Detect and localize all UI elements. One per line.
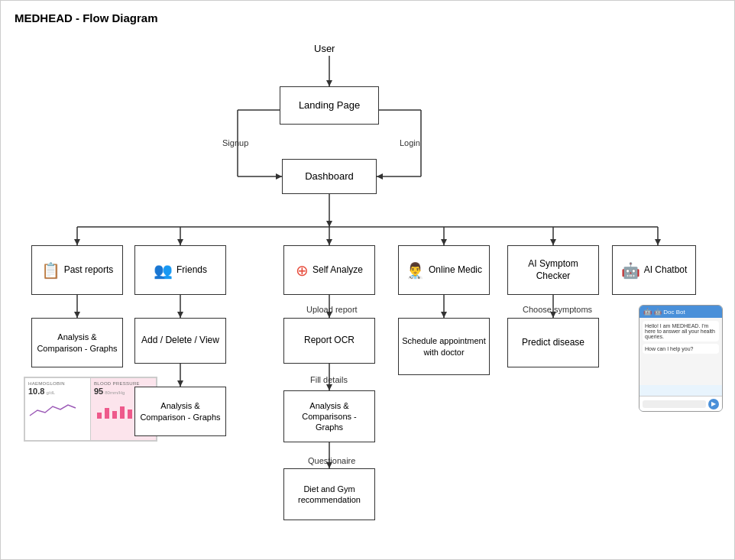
- friends-box: 👥 Friends: [134, 245, 226, 295]
- svg-marker-38: [441, 312, 447, 318]
- chatbot-preview: 🤖 🤖 Doc Bot Hello! I am MEDHEAD. I'm her…: [639, 305, 723, 412]
- svg-rect-44: [120, 406, 125, 419]
- chatbot-robot-icon: 🤖: [643, 308, 652, 316]
- user-label: User: [314, 43, 335, 54]
- analysis-graphs-1-box: Analysis & Comparison - Graphs: [31, 318, 123, 367]
- svg-rect-43: [112, 411, 117, 419]
- self-analyze-icon: ⊕: [296, 261, 309, 280]
- choose-symptoms-label: Choose symptoms: [523, 305, 592, 314]
- report-ocr-box: Report OCR: [283, 318, 375, 364]
- svg-marker-26: [74, 312, 80, 318]
- diagram-title: MEDHEAD - Flow Diagram: [15, 11, 158, 24]
- landing-page-box: Landing Page: [280, 86, 379, 125]
- svg-marker-28: [177, 312, 183, 318]
- ai-chatbot-icon: 🤖: [621, 261, 640, 280]
- chatbot-send-button[interactable]: ▶: [708, 399, 719, 409]
- svg-marker-1: [326, 80, 332, 86]
- svg-marker-20: [441, 239, 447, 245]
- upload-report-label: Upload report: [306, 305, 358, 314]
- schedule-appt-box: Schedule appointment with doctor: [398, 318, 490, 375]
- svg-marker-16: [177, 239, 183, 245]
- fill-details-label: Fill details: [310, 375, 348, 384]
- chatbot-input-bar[interactable]: [643, 400, 706, 408]
- past-reports-icon: 📋: [41, 261, 60, 280]
- svg-rect-42: [105, 408, 109, 419]
- dashboard-box: Dashboard: [282, 159, 377, 194]
- svg-marker-34: [326, 384, 332, 390]
- chatbot-input-area[interactable]: ▶: [639, 396, 722, 411]
- svg-marker-22: [550, 239, 556, 245]
- analysis-comparisons-box: Analysis & Comparisons - Graphs: [283, 390, 375, 442]
- svg-marker-30: [177, 380, 183, 387]
- chatbot-header: 🤖 🤖 Doc Bot: [639, 306, 722, 318]
- login-label: Login: [400, 138, 420, 147]
- svg-marker-9: [377, 173, 383, 180]
- svg-marker-5: [276, 173, 282, 180]
- predict-disease-box: Predict disease: [507, 318, 599, 367]
- diet-gym-box: Diet and Gym recommendation: [283, 468, 375, 520]
- add-delete-view-box: Add / Delete / View: [134, 318, 226, 364]
- signup-label: Signup: [222, 138, 248, 147]
- svg-marker-18: [326, 239, 332, 245]
- analysis-graphs-2-box: Analysis & Comparison - Graphs: [134, 387, 226, 436]
- past-reports-box: 📋 Past reports: [31, 245, 123, 295]
- chatbot-body: Hello! I am MEDHEAD. I'm here to answer …: [639, 318, 722, 385]
- chatbot-msg1: Hello! I am MEDHEAD. I'm here to answer …: [643, 321, 719, 342]
- online-medic-box: 👨‍⚕️ Online Medic: [398, 245, 490, 295]
- svg-rect-45: [128, 409, 132, 419]
- svg-rect-41: [97, 413, 102, 419]
- self-analyze-box: ⊕ Self Analyze: [283, 245, 375, 295]
- svg-marker-11: [326, 221, 332, 227]
- friends-icon: 👥: [154, 261, 173, 280]
- svg-marker-14: [74, 239, 80, 245]
- ai-symptom-box: AI Symptom Checker: [507, 245, 599, 295]
- ai-chatbot-box: 🤖 AI Chatbot: [612, 245, 696, 295]
- online-medic-icon: 👨‍⚕️: [406, 261, 425, 280]
- svg-marker-24: [655, 239, 661, 245]
- diagram-container: MEDHEAD - Flow Diagram: [0, 0, 735, 560]
- chatbot-msg2: How can I help you?: [643, 344, 719, 354]
- questionnaire-label: Questionaire: [308, 456, 355, 465]
